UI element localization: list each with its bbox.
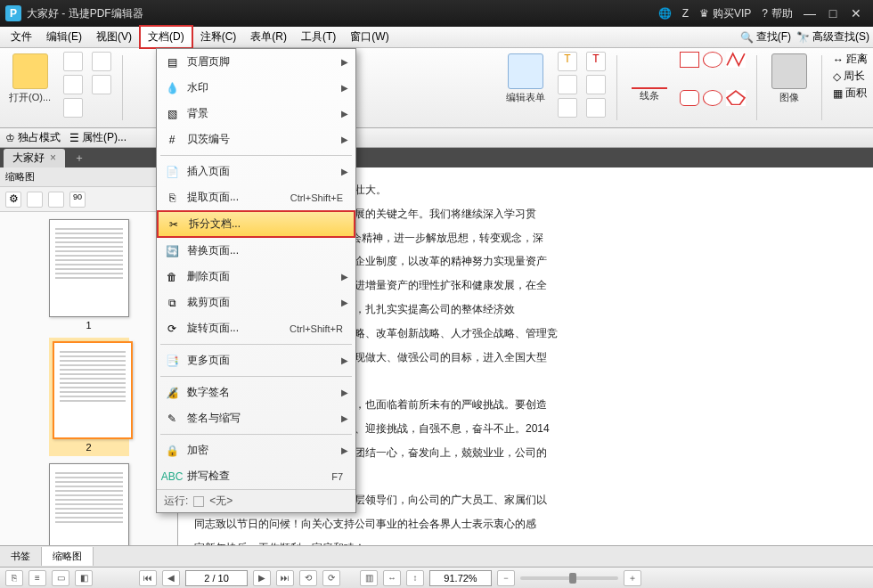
redo-button[interactable] — [92, 75, 111, 94]
distance-tool-button[interactable]: ↔距离 — [833, 52, 868, 67]
find-button[interactable]: 🔍查找(F) — [740, 29, 791, 45]
menu-background[interactable]: ▧背景▶ — [157, 101, 355, 127]
menu-insert-pages[interactable]: 📄插入页面▶ — [157, 159, 355, 184]
sb-btn-4[interactable]: ◧ — [75, 570, 93, 586]
menu-more-pages[interactable]: 📑更多页面▶ — [157, 347, 355, 373]
help-button[interactable]: ?帮助 — [762, 6, 793, 21]
tab-bookmarks[interactable]: 书签 — [0, 547, 42, 566]
menu-watermark[interactable]: 💧水印▶ — [157, 75, 355, 101]
menu-spellcheck[interactable]: ABC拼写检查F7 — [157, 463, 355, 489]
edit-form-button[interactable] — [508, 53, 543, 89]
next-page-button[interactable]: ▶ — [253, 570, 271, 586]
advanced-find-button[interactable]: 🔭高级查找(S) — [796, 29, 869, 45]
menu-replace-pages[interactable]: 🔄替换页面... — [157, 238, 355, 264]
globe-icon[interactable]: 🌐 — [658, 7, 672, 20]
last-page-button[interactable]: ⏭ — [276, 570, 294, 586]
zoom-in-button[interactable]: ＋ — [624, 570, 641, 586]
perimeter-tool-button[interactable]: ◇周长 — [833, 69, 868, 84]
ellipse-shape-button[interactable] — [703, 52, 722, 68]
menu-crop-pages[interactable]: ⧉裁剪页面▶ — [157, 290, 355, 315]
sb-btn-3[interactable]: ▭ — [52, 570, 69, 586]
title-bar: P 大家好 - 迅捷PDF编辑器 🌐 Z ♛购买VIP ?帮助 — □ ✕ — [0, 0, 873, 27]
rect-shape-button[interactable] — [680, 52, 699, 68]
zoom-input[interactable]: 91.72% — [429, 570, 492, 586]
sb-btn-2[interactable]: ≡ — [29, 570, 46, 586]
underline-tool-button[interactable] — [558, 98, 577, 118]
open-button[interactable] — [12, 53, 48, 89]
menu-view[interactable]: 视图(V) — [89, 27, 139, 47]
thumbnail-page-1[interactable]: 1 — [49, 219, 129, 331]
menu-split-document[interactable]: ✂拆分文档... — [157, 210, 355, 238]
menu-signature[interactable]: ✎签名与缩写▶ — [157, 405, 355, 431]
doc-line: 家新年快乐，工作顺利，家庭和睦！ — [194, 538, 857, 545]
submenu-arrow-icon: ▶ — [341, 413, 348, 423]
menu-comment[interactable]: 注释(C) — [193, 27, 244, 47]
thumb-rotate-button[interactable]: 90 — [69, 192, 86, 208]
callout-button[interactable] — [586, 75, 606, 94]
menu-window[interactable]: 窗口(W) — [343, 27, 396, 47]
tab-thumbnails[interactable]: 缩略图 — [42, 547, 94, 566]
menu-edit[interactable]: 编辑(E) — [39, 27, 89, 47]
menu-rotate-pages[interactable]: ⟳旋转页面...Ctrl+Shift+R — [157, 315, 355, 341]
area-tool-button[interactable]: ▦面积 — [833, 86, 868, 101]
search-icon: 🔍 — [740, 31, 754, 44]
zoom-slider[interactable] — [520, 576, 618, 580]
polyline-shape-button[interactable] — [726, 52, 746, 68]
note-button[interactable] — [586, 98, 606, 118]
first-page-button[interactable]: ⏮ — [139, 570, 157, 586]
doc-line: 同志致以节日的问候！向关心支持公司事业的社会各界人士表示衷心的感 — [194, 514, 857, 535]
tab-add-button[interactable]: ＋ — [69, 149, 90, 167]
line-tool-button[interactable] — [632, 53, 667, 89]
menu-encrypt[interactable]: 🔒加密▶ — [157, 437, 355, 463]
submenu-arrow-icon: ▶ — [341, 57, 348, 67]
buy-vip-button[interactable]: ♛购买VIP — [699, 6, 751, 21]
menu-bates[interactable]: #贝茨编号▶ — [157, 127, 355, 152]
thumb-zoom-in-button[interactable] — [48, 192, 64, 208]
polygon-shape-button[interactable] — [726, 90, 746, 106]
highlight-tool-button[interactable] — [558, 75, 577, 94]
menu-extract-pages[interactable]: ⎘提取页面...Ctrl+Shift+E — [157, 184, 355, 210]
prev-page-button[interactable]: ◀ — [162, 570, 180, 586]
nav-back-button[interactable]: ⟲ — [299, 570, 317, 586]
thumb-options-button[interactable]: ⚙ — [5, 192, 21, 208]
menu-header-footer[interactable]: ▤页眉页脚▶ — [157, 49, 355, 75]
menu-digital-sign[interactable]: 🔏数字签名▶ — [157, 380, 355, 405]
minimize-button[interactable]: — — [798, 6, 821, 20]
tab-document[interactable]: 大家好× — [4, 149, 65, 167]
menu-form[interactable]: 表单(R) — [243, 27, 294, 47]
zoom-out-button[interactable]: － — [497, 570, 515, 586]
thumbnail-page-3[interactable] — [49, 463, 129, 545]
image-tool-button[interactable] — [771, 53, 807, 89]
undo-button[interactable] — [92, 52, 111, 71]
rounded-rect-button[interactable] — [680, 90, 699, 106]
circle-shape-button[interactable] — [703, 90, 722, 106]
help-icon: ? — [762, 7, 768, 20]
thumb-zoom-out-button[interactable] — [27, 192, 43, 208]
text-tool-button[interactable]: T — [558, 52, 577, 71]
tab-close-icon[interactable]: × — [50, 151, 56, 164]
save-button[interactable] — [63, 75, 83, 94]
text-box-button[interactable]: T — [586, 52, 606, 71]
fit-page-button[interactable]: ▥ — [360, 570, 378, 586]
sb-btn-1[interactable]: ⎘ — [5, 570, 23, 586]
nav-fwd-button[interactable]: ⟳ — [322, 570, 340, 586]
actual-size-button[interactable]: ↕ — [406, 570, 424, 586]
menu-document[interactable]: 文档(D) — [139, 25, 193, 49]
export-button[interactable] — [63, 98, 83, 118]
fit-width-button[interactable]: ↔ — [383, 570, 401, 586]
menu-file[interactable]: 文件 — [4, 27, 39, 47]
properties-button[interactable]: ☰属性(P)... — [69, 130, 126, 145]
close-button[interactable]: ✕ — [844, 6, 868, 20]
menu-run-row[interactable]: 运行:<无> — [157, 489, 355, 512]
menu-tool[interactable]: 工具(T) — [294, 27, 343, 47]
maximize-button[interactable]: □ — [821, 6, 844, 20]
print-button[interactable] — [63, 52, 83, 71]
user-label[interactable]: Z — [682, 7, 689, 20]
exclusive-mode-button[interactable]: ♔独占模式 — [5, 130, 61, 145]
more-pages-icon: 📑 — [164, 353, 180, 369]
delete-page-icon: 🗑 — [164, 269, 180, 285]
thumbnail-list[interactable]: 1 2 — [0, 212, 177, 545]
thumbnail-page-2[interactable]: 2 — [49, 338, 129, 456]
page-number-input[interactable]: 2 / 10 — [185, 570, 248, 586]
menu-delete-pages[interactable]: 🗑删除页面▶ — [157, 264, 355, 290]
